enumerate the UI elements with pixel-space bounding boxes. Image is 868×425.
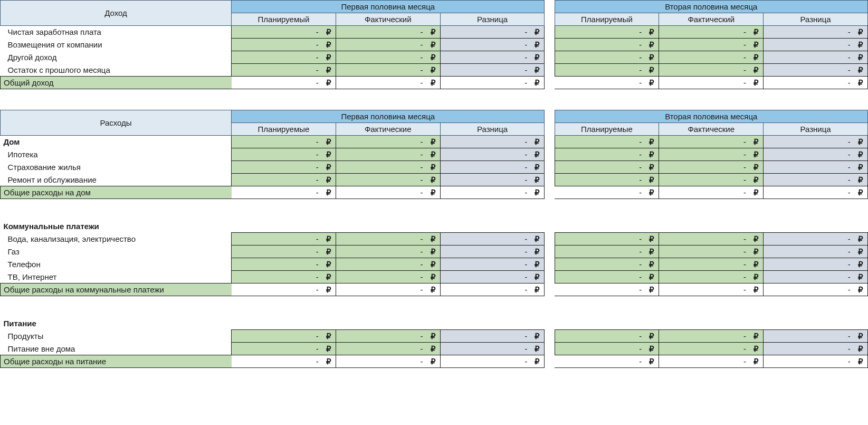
cell-fact-2[interactable]: - ₽: [659, 64, 764, 77]
cell-diff-2: - ₽: [764, 161, 868, 174]
cell-fact[interactable]: - ₽: [336, 26, 440, 39]
col-fact: Фактические: [336, 123, 440, 136]
cell-fact-2[interactable]: - ₽: [659, 161, 764, 174]
cell-plan-2[interactable]: - ₽: [555, 161, 659, 174]
cell-plan[interactable]: - ₽: [232, 39, 336, 51]
expense-category-header: Коммунальные платежи: [1, 220, 868, 233]
cell-fact-2[interactable]: - ₽: [659, 233, 764, 245]
cell-diff-2: - ₽: [764, 271, 868, 284]
income-row: Другой доход- ₽- ₽- ₽- ₽- ₽- ₽: [1, 51, 868, 64]
cell-fact[interactable]: - ₽: [336, 233, 440, 245]
cell-fact[interactable]: - ₽: [336, 148, 440, 161]
total-diff: - ₽: [440, 355, 545, 368]
total-diff: - ₽: [440, 77, 545, 89]
expense-row: Страхование жилья- ₽- ₽- ₽- ₽- ₽- ₽: [1, 161, 868, 174]
expense-row-label: Телефон: [1, 258, 232, 271]
expense-row-label: ТВ, Интернет: [1, 271, 232, 284]
total-fact-2: - ₽: [659, 355, 764, 368]
cell-diff-2: - ₽: [764, 64, 868, 77]
cell-fact-2[interactable]: - ₽: [659, 136, 764, 148]
expense-category-header: Питание: [1, 317, 868, 330]
expense-row: Ипотека- ₽- ₽- ₽- ₽- ₽- ₽: [1, 148, 868, 161]
cell-fact-2[interactable]: - ₽: [659, 148, 764, 161]
cell-fact[interactable]: - ₽: [336, 258, 440, 271]
cell-plan-2[interactable]: - ₽: [555, 51, 659, 64]
cell-fact-2[interactable]: - ₽: [659, 343, 764, 355]
cell-diff: - ₽: [440, 233, 545, 245]
expense-row-label: Страхование жилья: [1, 161, 232, 174]
cell-fact-2[interactable]: - ₽: [659, 330, 764, 343]
cell-plan-2[interactable]: - ₽: [555, 233, 659, 245]
cell-plan-2[interactable]: - ₽: [555, 245, 659, 258]
cell-fact-2[interactable]: - ₽: [659, 174, 764, 186]
expense-row: ТВ, Интернет- ₽- ₽- ₽- ₽- ₽- ₽: [1, 271, 868, 284]
total-fact: - ₽: [336, 77, 440, 89]
cell-fact[interactable]: - ₽: [336, 343, 440, 355]
income-row: Чистая заработная плата- ₽- ₽- ₽- ₽- ₽- …: [1, 26, 868, 39]
cell-plan-2[interactable]: - ₽: [555, 148, 659, 161]
cell-fact[interactable]: - ₽: [336, 64, 440, 77]
total-fact-2: - ₽: [659, 186, 764, 199]
total-label: Общие расходы на питание: [1, 355, 232, 368]
cell-diff: - ₽: [440, 174, 545, 186]
cell-plan[interactable]: - ₽: [232, 245, 336, 258]
cell-plan-2[interactable]: - ₽: [555, 26, 659, 39]
cell-fact[interactable]: - ₽: [336, 39, 440, 51]
cell-plan[interactable]: - ₽: [232, 136, 336, 148]
cell-fact[interactable]: - ₽: [336, 271, 440, 284]
col-diff: Разница: [440, 13, 545, 26]
total-row: Общие расходы на коммунальные платежи- ₽…: [1, 284, 868, 296]
cell-diff: - ₽: [440, 245, 545, 258]
cell-plan[interactable]: - ₽: [232, 148, 336, 161]
cell-fact-2[interactable]: - ₽: [659, 258, 764, 271]
cell-plan-2[interactable]: - ₽: [555, 330, 659, 343]
cell-diff-2: - ₽: [764, 343, 868, 355]
cell-plan[interactable]: - ₽: [232, 26, 336, 39]
cell-plan-2[interactable]: - ₽: [555, 136, 659, 148]
cell-plan[interactable]: - ₽: [232, 271, 336, 284]
cell-fact-2[interactable]: - ₽: [659, 39, 764, 51]
col-fact: Фактический: [336, 13, 440, 26]
first-half-title: Первая половина месяца: [232, 110, 545, 123]
cell-fact[interactable]: - ₽: [336, 174, 440, 186]
total-plan: - ₽: [232, 77, 336, 89]
expense-row: Телефон- ₽- ₽- ₽- ₽- ₽- ₽: [1, 258, 868, 271]
cell-plan[interactable]: - ₽: [232, 174, 336, 186]
total-diff: - ₽: [440, 186, 545, 199]
cell-plan[interactable]: - ₽: [232, 233, 336, 245]
cell-fact-2[interactable]: - ₽: [659, 51, 764, 64]
cell-fact[interactable]: - ₽: [336, 51, 440, 64]
cell-plan-2[interactable]: - ₽: [555, 64, 659, 77]
cell-plan[interactable]: - ₽: [232, 258, 336, 271]
expense-row: Газ- ₽- ₽- ₽- ₽- ₽- ₽: [1, 245, 868, 258]
cell-plan-2[interactable]: - ₽: [555, 39, 659, 51]
second-half-title: Вторая половина месяца: [555, 1, 867, 13]
cell-plan[interactable]: - ₽: [232, 343, 336, 355]
cell-plan-2[interactable]: - ₽: [555, 343, 659, 355]
total-diff-2: - ₽: [764, 284, 868, 296]
cell-plan[interactable]: - ₽: [232, 161, 336, 174]
cell-fact[interactable]: - ₽: [336, 136, 440, 148]
cell-fact-2[interactable]: - ₽: [659, 245, 764, 258]
cell-plan[interactable]: - ₽: [232, 51, 336, 64]
cell-diff: - ₽: [440, 148, 545, 161]
cell-diff-2: - ₽: [764, 174, 868, 186]
cell-plan-2[interactable]: - ₽: [555, 271, 659, 284]
col-fact-2: Фактические: [659, 123, 764, 136]
cell-plan[interactable]: - ₽: [232, 64, 336, 77]
cell-fact[interactable]: - ₽: [336, 330, 440, 343]
cell-diff: - ₽: [440, 258, 545, 271]
expenses-label-header: Расходы: [1, 110, 232, 136]
cell-plan-2[interactable]: - ₽: [555, 174, 659, 186]
cell-plan[interactable]: - ₽: [232, 330, 336, 343]
cell-fact[interactable]: - ₽: [336, 161, 440, 174]
cell-fact[interactable]: - ₽: [336, 245, 440, 258]
cell-diff: - ₽: [440, 330, 545, 343]
cell-plan-2[interactable]: - ₽: [555, 258, 659, 271]
cell-diff-2: - ₽: [764, 51, 868, 64]
income-row-label: Чистая заработная плата: [1, 26, 232, 39]
cell-fact-2[interactable]: - ₽: [659, 271, 764, 284]
income-label-header: Доход: [1, 1, 232, 26]
cell-fact-2[interactable]: - ₽: [659, 26, 764, 39]
cell-diff: - ₽: [440, 64, 545, 77]
